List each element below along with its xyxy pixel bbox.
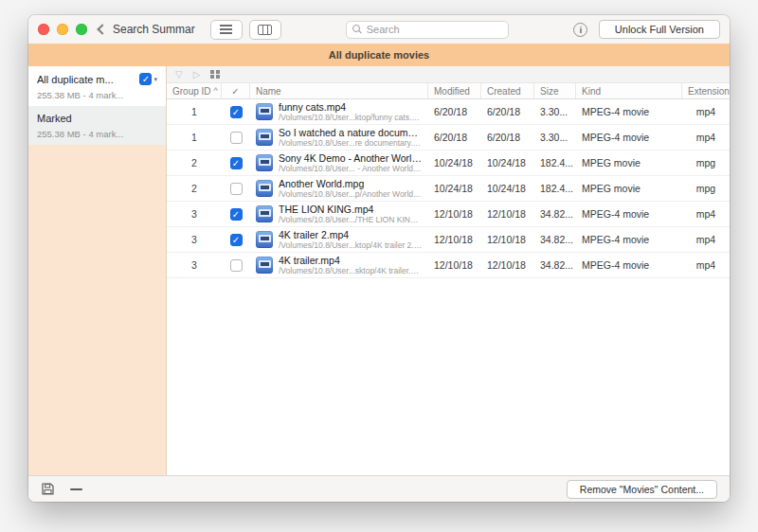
cell-kind: MPEG-4 movie (576, 132, 682, 143)
file-name: So I watched a nature documentar... (279, 127, 423, 138)
remove-movies-content-button[interactable]: Remove "Movies" Content... (567, 480, 717, 499)
cell-created: 10/24/18 (481, 157, 534, 168)
list-view-icon (220, 25, 232, 34)
table-row[interactable]: 1 So I watched a nature documentar... /V… (167, 125, 730, 151)
sidebar-item-marked[interactable]: Marked 255.38 MB - 4 mark... (28, 106, 166, 145)
column-view-icon (258, 25, 272, 35)
column-header-modified[interactable]: Modified (428, 83, 481, 98)
movie-file-icon (256, 103, 273, 120)
cell-group-id: 3 (167, 234, 222, 245)
grid-view-icon[interactable] (210, 70, 220, 80)
content-area: All duplicate m... ▾ 255.38 MB - 4 mark.… (28, 66, 730, 475)
cell-name: Another World.mpg /Volumes/10.8/User...p… (250, 178, 428, 199)
table-header: Group ID ^ ✓ Name Modified Created Size … (167, 83, 730, 99)
cell-group-id: 2 (167, 157, 222, 168)
app-window: Search Summar Unlock Full Version All du… (28, 15, 730, 502)
file-name: Another World.mpg (279, 178, 423, 189)
row-checkbox[interactable] (230, 208, 243, 221)
column-header-extension[interactable]: Extension (682, 83, 730, 98)
back-button[interactable]: Search Summar (99, 23, 195, 36)
file-path: /Volumes/10.8/User...re documentary.mp4 (279, 138, 423, 148)
cell-kind: MPEG-4 movie (576, 259, 682, 271)
row-checkbox[interactable] (230, 183, 243, 195)
file-path: /Volumes/10.8/User...p/Another World.mpg (279, 189, 423, 199)
unlock-full-version-button[interactable]: Unlock Full Version (599, 20, 720, 39)
list-view-button[interactable] (210, 20, 243, 40)
cell-created: 6/20/18 (481, 106, 534, 117)
cell-name: Sony 4K Demo - Another World.mpg /Volume… (250, 152, 428, 173)
collapse-groups-icon[interactable]: ▽ (175, 70, 183, 80)
column-header-kind[interactable]: Kind (576, 83, 682, 98)
sidebar-item-subtitle: 255.38 MB - 4 mark... (37, 129, 157, 139)
movie-file-icon (256, 257, 273, 274)
cell-extension: mp4 (682, 106, 730, 117)
row-checkbox[interactable] (230, 234, 243, 246)
cell-size: 34.82... (534, 259, 576, 271)
row-checkbox[interactable] (230, 132, 243, 144)
cell-extension: mpg (682, 157, 730, 168)
file-path: /Volumes/10.8/User... - Another World.mp… (279, 164, 423, 173)
sort-ascending-icon: ^ (214, 86, 218, 96)
file-path: /Volumes/10.8/User...sktop/4K trailer.mp… (279, 266, 423, 275)
cell-modified: 12/10/18 (428, 208, 481, 220)
cell-kind: MPEG movie (576, 157, 682, 168)
zoom-window-button[interactable] (76, 24, 87, 35)
table-row[interactable]: 3 4K trailer.mp4 /Volumes/10.8/User...sk… (167, 253, 730, 278)
close-window-button[interactable] (38, 24, 49, 35)
cell-created: 12/10/18 (481, 208, 534, 220)
table-row[interactable]: 2 Another World.mpg /Volumes/10.8/User..… (167, 176, 730, 202)
cell-extension: mpg (682, 183, 730, 194)
row-checkbox[interactable] (230, 106, 243, 118)
movie-file-icon (256, 180, 273, 197)
preview-play-icon[interactable]: ▷ (193, 70, 201, 80)
cell-created: 6/20/18 (481, 132, 534, 143)
column-header-checked[interactable]: ✓ (222, 83, 250, 98)
cell-name: So I watched a nature documentar... /Vol… (250, 127, 428, 148)
cell-size: 3.30... (534, 132, 576, 143)
search-field[interactable] (346, 21, 509, 39)
cell-kind: MPEG-4 movie (576, 208, 682, 220)
column-header-created[interactable]: Created (481, 83, 534, 98)
minimize-window-button[interactable] (57, 24, 68, 35)
info-icon[interactable] (573, 23, 587, 37)
cell-name: 4K trailer 2.mp4 /Volumes/10.8/User...kt… (250, 229, 428, 250)
column-header-group-id[interactable]: Group ID ^ (167, 83, 222, 98)
view-toggle-group (210, 20, 281, 40)
cell-modified: 10/24/18 (428, 157, 481, 168)
search-input[interactable] (367, 24, 502, 35)
cell-group-id: 2 (167, 183, 222, 194)
column-header-size[interactable]: Size (534, 83, 576, 98)
cell-modified: 12/10/18 (428, 259, 481, 271)
save-floppy-icon (41, 482, 55, 496)
remove-item-icon[interactable] (70, 488, 82, 490)
table-row[interactable]: 1 funny cats.mp4 /Volumes/10.8/User...kt… (167, 99, 730, 125)
chevron-down-icon: ▾ (153, 76, 157, 83)
cell-size: 3.30... (534, 106, 576, 117)
cell-extension: mp4 (682, 132, 730, 143)
column-header-name[interactable]: Name (250, 83, 428, 98)
file-name: THE LION KING.mp4 (279, 204, 423, 215)
row-checkbox[interactable] (230, 157, 243, 169)
search-icon (352, 25, 362, 34)
column-view-button[interactable] (249, 20, 281, 40)
cell-size: 182.4... (534, 183, 576, 194)
table-row[interactable]: 3 4K trailer 2.mp4 /Volumes/10.8/User...… (167, 227, 730, 253)
cell-created: 12/10/18 (481, 259, 534, 271)
group-checkbox[interactable] (139, 73, 152, 85)
movie-file-icon (256, 205, 273, 222)
table-row[interactable]: 2 Sony 4K Demo - Another World.mpg /Volu… (167, 151, 730, 176)
cell-name: 4K trailer.mp4 /Volumes/10.8/User...skto… (250, 255, 428, 275)
row-checkbox[interactable] (230, 259, 243, 272)
section-banner: All duplicate movies (28, 44, 730, 66)
movie-file-icon (256, 231, 273, 248)
sidebar-item-all-duplicate-movies[interactable]: All duplicate m... ▾ 255.38 MB - 4 mark.… (28, 66, 166, 106)
table-row[interactable]: 3 THE LION KING.mp4 /Volumes/10.8/User..… (167, 202, 730, 227)
traffic-lights (38, 24, 87, 35)
cell-created: 12/10/18 (481, 234, 534, 245)
movie-file-icon (256, 129, 273, 146)
cell-group-id: 3 (167, 208, 222, 220)
export-save-button[interactable] (41, 482, 55, 496)
bottombar: Remove "Movies" Content... (28, 475, 730, 502)
sidebar-checkbox-combo[interactable]: ▾ (139, 73, 157, 85)
main-panel: ▽ ▷ Group ID ^ ✓ Name Modified Created S… (167, 66, 730, 475)
